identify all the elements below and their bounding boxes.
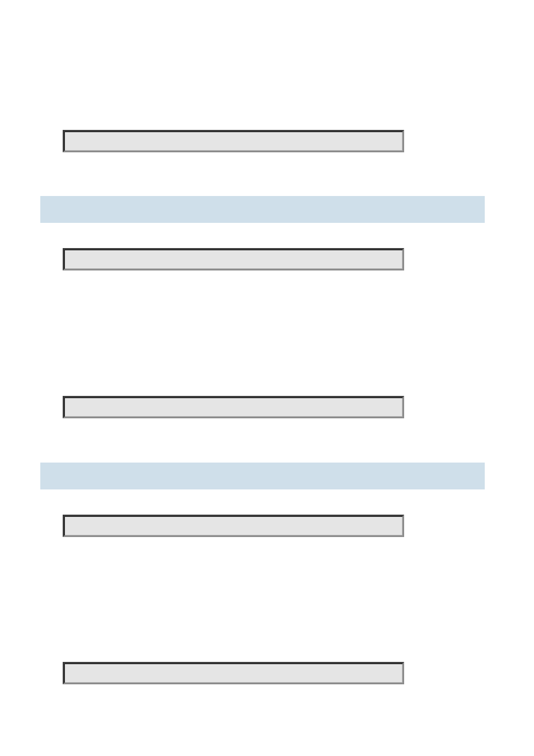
text-input-1[interactable]	[63, 130, 404, 152]
section-band-2	[40, 463, 485, 489]
section-band-1	[40, 196, 485, 223]
text-input-5[interactable]	[63, 662, 404, 684]
text-input-2[interactable]	[63, 248, 404, 270]
text-input-4[interactable]	[63, 515, 404, 537]
form-page	[0, 0, 534, 756]
text-input-3[interactable]	[63, 396, 404, 418]
